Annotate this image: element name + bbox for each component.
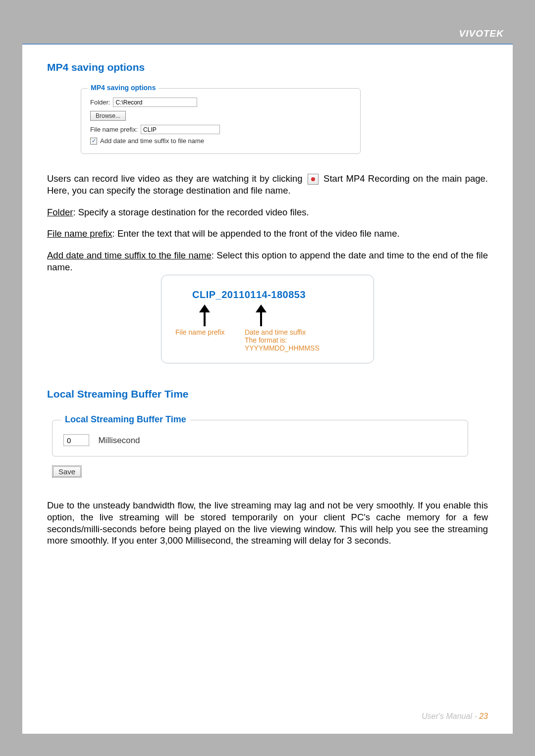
paragraph-suffix: Add date and time suffix to the file nam… bbox=[47, 250, 488, 273]
mp4-section-title: MP4 saving options bbox=[47, 61, 488, 73]
folder-label: Folder: bbox=[90, 99, 110, 106]
folder-input[interactable] bbox=[113, 98, 197, 107]
diagram-label-prefix: File name prefix bbox=[175, 328, 238, 352]
p1-part-a: Users can record live video as they are … bbox=[47, 173, 303, 184]
brand-label: VIVOTEK bbox=[459, 28, 504, 39]
suffix-checkbox-label: Add date and time suffix to file name bbox=[100, 137, 204, 145]
example-suffix: 20110114-180853 bbox=[221, 289, 306, 300]
folder-desc: : Specify a storage destination for the … bbox=[73, 207, 309, 217]
prefix-term: File name prefix bbox=[47, 228, 112, 239]
filename-diagram: CLIP_20110114-180853 File name prefix Da… bbox=[161, 275, 374, 363]
paragraph-folder: Folder: Specify a storage destination fo… bbox=[47, 206, 488, 218]
browse-button[interactable]: Browse... bbox=[90, 111, 126, 121]
diagram-label-suffix-1: Date and time suffix bbox=[245, 328, 362, 336]
suffix-term: Add date and time suffix to the file nam… bbox=[47, 250, 212, 260]
mp4-options-panel: MP4 saving options Folder: Browse... Fil… bbox=[81, 88, 361, 154]
paragraph-intro: Users can record live video as they are … bbox=[47, 173, 488, 197]
diagram-label-suffix-2: The format is: YYYYMMDD_HHMMSS bbox=[245, 336, 362, 352]
prefix-input[interactable] bbox=[141, 125, 220, 134]
paragraph-prefix: File name prefix: Enter the text that wi… bbox=[47, 228, 488, 240]
header-ribbon: VIVOTEK bbox=[22, 22, 513, 45]
footer-manual-label: User's Manual - bbox=[422, 712, 479, 720]
mp4-legend: MP4 saving options bbox=[88, 84, 159, 92]
buffer-time-unit: Millisecond bbox=[98, 436, 140, 445]
lsbt-section-title: Local Streaming Buffer Time bbox=[47, 388, 488, 400]
example-prefix: CLIP_ bbox=[192, 289, 221, 300]
save-button[interactable]: Save bbox=[52, 465, 82, 478]
page-footer: User's Manual - 23 bbox=[422, 712, 488, 721]
prefix-desc: : Enter the text that will be appended t… bbox=[112, 228, 400, 239]
lsbt-description: Due to the unsteady bandwidth flow, the … bbox=[47, 500, 488, 547]
arrow-up-icon bbox=[199, 304, 211, 326]
lsbt-panel: Local Streaming Buffer Time Millisecond bbox=[52, 420, 468, 456]
buffer-time-input[interactable] bbox=[63, 434, 89, 446]
lsbt-legend: Local Streaming Buffer Time bbox=[61, 414, 190, 425]
folder-term: Folder bbox=[47, 207, 73, 217]
footer-page-number: 23 bbox=[479, 712, 488, 720]
suffix-checkbox[interactable]: ✓ bbox=[90, 138, 97, 145]
record-icon bbox=[308, 174, 319, 185]
arrow-up-icon bbox=[256, 304, 268, 326]
prefix-label: File name prefix: bbox=[90, 126, 138, 133]
